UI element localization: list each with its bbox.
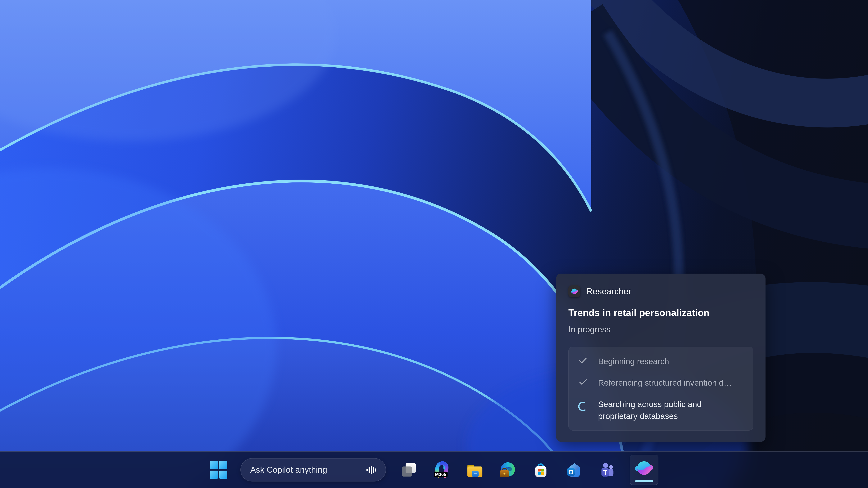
step-label: Searching across public and proprietary … xyxy=(598,398,721,422)
researcher-toast-card[interactable]: Researcher Trends in retail personalizat… xyxy=(556,273,766,442)
toast-header: Researcher xyxy=(568,286,753,297)
taskbar-m365-copilot[interactable]: M365 xyxy=(432,455,452,485)
teams-letter: T xyxy=(603,468,607,476)
card-app-name: Researcher xyxy=(586,286,631,296)
outlook-letter: O xyxy=(568,468,574,476)
taskbar-teams[interactable]: T xyxy=(597,455,617,485)
desktop: Researcher Trends in retail personalizat… xyxy=(0,0,868,488)
step-label: Referencing structured invention d… xyxy=(598,377,732,389)
researcher-app-icon xyxy=(568,286,580,297)
card-title: Trends in retail personalization xyxy=(568,307,753,319)
check-icon xyxy=(578,378,588,386)
teams-icon: T xyxy=(598,461,616,479)
taskbar-task-view[interactable] xyxy=(399,455,419,485)
taskbar-researcher-active[interactable] xyxy=(630,455,658,485)
check-icon xyxy=(578,357,588,364)
step-row: Searching across public and proprietary … xyxy=(578,398,744,422)
taskbar-file-explorer[interactable] xyxy=(465,455,485,485)
taskbar-edge[interactable] xyxy=(498,455,518,485)
step-label: Beginning research xyxy=(598,355,669,367)
step-row: Referencing structured invention d… xyxy=(578,377,744,389)
researcher-swirl-icon xyxy=(634,458,654,478)
spinner-icon xyxy=(578,401,588,412)
taskbar-outlook[interactable]: O xyxy=(564,455,584,485)
file-explorer-icon xyxy=(466,461,484,479)
card-status: In progress xyxy=(568,324,753,335)
steps-panel: Beginning research Referencing structure… xyxy=(568,347,753,430)
researcher-swirl-icon xyxy=(570,287,578,295)
taskbar-microsoft-store[interactable] xyxy=(531,455,551,485)
copilot-search-box[interactable]: Ask Copilot anything xyxy=(241,458,386,482)
task-view-icon xyxy=(400,461,418,479)
active-app-indicator xyxy=(635,480,653,482)
edge-icon xyxy=(499,461,517,479)
m365-badge-label: M365 xyxy=(435,472,446,477)
microsoft-store-icon xyxy=(532,461,550,479)
start-button[interactable] xyxy=(210,461,227,479)
step-row: Beginning research xyxy=(578,355,744,367)
voice-waveform-icon[interactable] xyxy=(365,464,377,476)
outlook-icon: O xyxy=(565,461,583,479)
search-placeholder: Ask Copilot anything xyxy=(250,465,327,475)
taskbar: Ask Copilot anything M365 xyxy=(0,451,868,488)
windows-logo-icon xyxy=(210,461,227,479)
m365-copilot-icon: M365 xyxy=(433,461,451,479)
